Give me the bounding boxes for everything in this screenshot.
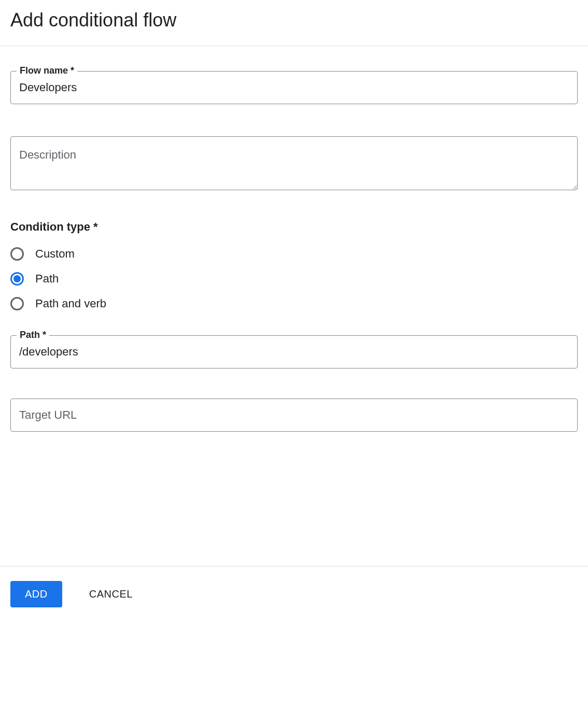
radio-label-path-and-verb: Path and verb bbox=[35, 297, 106, 310]
flow-name-input[interactable] bbox=[10, 71, 578, 104]
radio-label-path: Path bbox=[35, 272, 59, 286]
cancel-button[interactable]: CANCEL bbox=[89, 588, 133, 600]
description-textarea[interactable] bbox=[10, 136, 578, 190]
description-field-wrapper bbox=[10, 136, 578, 192]
radio-option-path-and-verb[interactable]: Path and verb bbox=[10, 297, 578, 310]
dialog-footer: ADD CANCEL bbox=[0, 566, 588, 622]
radio-option-custom[interactable]: Custom bbox=[10, 247, 578, 261]
path-label: Path * bbox=[17, 330, 49, 340]
condition-type-label: Condition type * bbox=[10, 220, 578, 234]
radio-icon bbox=[10, 272, 24, 286]
path-input[interactable] bbox=[10, 335, 578, 368]
radio-option-path[interactable]: Path bbox=[10, 272, 578, 286]
flow-name-field-wrapper: Flow name * bbox=[10, 71, 578, 104]
dialog-header: Add conditional flow bbox=[0, 0, 588, 46]
path-field-wrapper: Path * bbox=[10, 335, 578, 368]
add-button[interactable]: ADD bbox=[10, 581, 62, 607]
radio-icon bbox=[10, 247, 24, 261]
flow-name-label: Flow name * bbox=[17, 65, 77, 76]
target-url-input[interactable] bbox=[10, 399, 578, 432]
dialog-title: Add conditional flow bbox=[10, 9, 578, 31]
dialog-content: Flow name * Condition type * Custom Path… bbox=[0, 46, 588, 474]
radio-label-custom: Custom bbox=[35, 247, 75, 261]
radio-icon bbox=[10, 297, 24, 310]
condition-type-radio-group: Custom Path Path and verb bbox=[10, 247, 578, 310]
target-url-field-wrapper bbox=[10, 399, 578, 432]
